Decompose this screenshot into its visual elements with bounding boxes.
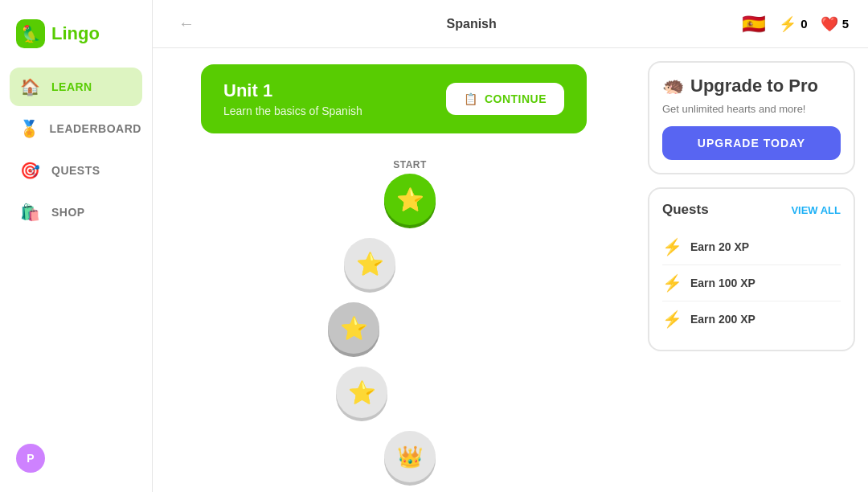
hearts-count: 5: [842, 17, 849, 31]
leaderboard-icon: 🏅: [19, 117, 40, 140]
upgrade-emoji: 🦔: [662, 76, 684, 96]
node-start-wrapper: START ⭐: [384, 159, 436, 225]
quest-item-1: ⚡ Earn 20 XP: [662, 229, 841, 265]
view-all-link[interactable]: VIEW ALL: [791, 204, 841, 216]
streak-stat: ⚡ 0: [779, 15, 807, 33]
quest-text-2: Earn 100 XP: [690, 277, 755, 289]
language-title: Spanish: [447, 17, 497, 31]
quest-lightning-icon-2: ⚡: [662, 273, 682, 293]
star-locked-icon-3: ⭐: [340, 315, 368, 342]
quests-card: Quests VIEW ALL ⚡ Earn 20 XP ⚡ Earn 100 …: [648, 187, 855, 351]
upgrade-title: Upgrade to Pro: [690, 76, 818, 96]
quest-text-1: Earn 20 XP: [690, 240, 749, 253]
path-container: START ⭐ ⭐ ⭐: [201, 153, 587, 489]
start-label: START: [393, 159, 427, 170]
upgrade-description: Get unlimited hearts and more!: [662, 103, 841, 115]
node2-wrapper: ⭐: [344, 238, 395, 289]
node-start[interactable]: ⭐: [384, 174, 436, 225]
content-area: Unit 1 Learn the basics of Spanish 📋 CON…: [153, 48, 868, 492]
quests-title: Quests: [662, 202, 709, 218]
quest-item-3: ⚡ Earn 200 XP: [662, 301, 841, 337]
main-content: ← Spanish 🇪🇸 ⚡ 0 ❤️ 5 Unit 1 Learn the b…: [153, 0, 868, 492]
sidebar-label-quests: QUESTS: [51, 164, 100, 177]
upgrade-card: 🦔 Upgrade to Pro Get unlimited hearts an…: [648, 61, 855, 174]
quests-header: Quests VIEW ALL: [662, 202, 841, 218]
star-locked-icon-4: ⭐: [348, 379, 376, 406]
sidebar-item-shop[interactable]: 🛍️ SHOP: [10, 193, 142, 232]
streak-count: 0: [800, 17, 807, 31]
logo-area: 🦜 Lingo: [10, 13, 142, 64]
quest-item-2: ⚡ Earn 100 XP: [662, 265, 841, 301]
app-name: Lingo: [51, 23, 100, 44]
logo-icon: 🦜: [16, 19, 45, 48]
heart-icon: ❤️: [821, 15, 838, 33]
user-avatar[interactable]: P: [10, 437, 142, 479]
quests-icon: 🎯: [19, 159, 42, 182]
node-crown-wrapper: 👑: [384, 431, 436, 482]
sidebar: 🦜 Lingo 🏠 LEARN 🏅 LEADERBOARD 🎯 QUESTS 🛍…: [0, 0, 153, 492]
node-2[interactable]: ⭐: [344, 238, 395, 289]
continue-label: CONTINUE: [485, 92, 547, 105]
flag-icon: 🇪🇸: [742, 13, 766, 35]
node3-wrapper: ⭐: [328, 302, 379, 354]
shop-icon: 🛍️: [19, 201, 42, 223]
unit1-info: Unit 1 Learn the basics of Spanish: [223, 80, 362, 117]
node-4[interactable]: ⭐: [336, 367, 387, 418]
lesson-path: Unit 1 Learn the basics of Spanish 📋 CON…: [153, 48, 635, 492]
sidebar-item-learn[interactable]: 🏠 LEARN: [10, 68, 142, 106]
sidebar-label-leaderboard: LEADERBOARD: [50, 122, 141, 135]
unit1-title: Unit 1: [223, 80, 362, 101]
avatar-initial: P: [16, 444, 45, 473]
right-panel: 🦔 Upgrade to Pro Get unlimited hearts an…: [635, 48, 868, 492]
topbar: ← Spanish 🇪🇸 ⚡ 0 ❤️ 5: [153, 0, 868, 48]
star-locked-icon-2: ⭐: [356, 251, 384, 277]
upgrade-header: 🦔 Upgrade to Pro: [662, 76, 841, 96]
crown-icon: 👑: [397, 445, 423, 469]
sidebar-item-leaderboard[interactable]: 🏅 LEADERBOARD: [10, 109, 142, 148]
node-3[interactable]: ⭐: [328, 302, 379, 354]
quest-lightning-icon-1: ⚡: [662, 237, 682, 256]
home-icon: 🏠: [19, 76, 42, 98]
lightning-icon: ⚡: [779, 15, 796, 33]
hearts-stat: ❤️ 5: [821, 15, 849, 33]
star-active-icon: ⭐: [396, 187, 424, 213]
back-button[interactable]: ←: [172, 11, 201, 36]
unit1-banner: Unit 1 Learn the basics of Spanish 📋 CON…: [201, 64, 587, 133]
sidebar-label-learn: LEARN: [51, 80, 92, 93]
continue-icon: 📋: [464, 92, 478, 105]
node-crown[interactable]: 👑: [384, 431, 436, 482]
quest-lightning-icon-3: ⚡: [662, 310, 682, 329]
unit1-description: Learn the basics of Spanish: [223, 105, 362, 117]
upgrade-button[interactable]: UPGRADE TODAY: [662, 126, 841, 160]
sidebar-label-shop: SHOP: [51, 206, 85, 219]
topbar-stats: 🇪🇸 ⚡ 0 ❤️ 5: [742, 13, 849, 35]
quest-text-3: Earn 200 XP: [690, 313, 755, 326]
sidebar-item-quests[interactable]: 🎯 QUESTS: [10, 151, 142, 190]
continue-button[interactable]: 📋 CONTINUE: [446, 83, 564, 115]
node4-wrapper: ⭐: [336, 367, 387, 418]
